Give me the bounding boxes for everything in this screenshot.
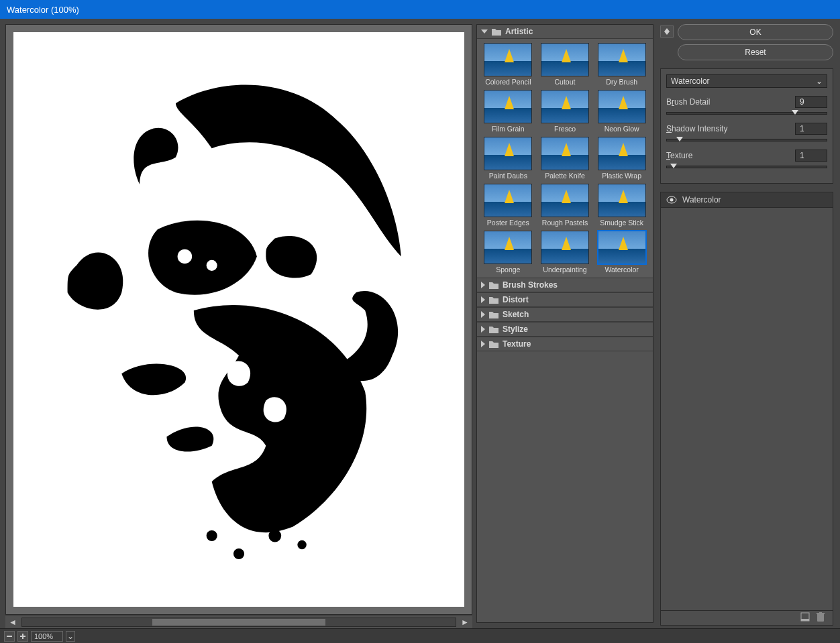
layer-name: Watercolor	[682, 195, 721, 204]
thumbnail-label: Neon Glow	[605, 125, 639, 133]
filter-thumb-underpainting[interactable]: Underpainting	[538, 231, 592, 274]
thumbnail-label: Poster Edges	[487, 219, 529, 227]
svg-point-3	[268, 530, 281, 542]
delete-effect-icon[interactable]	[817, 612, 825, 624]
chevron-right-icon	[481, 296, 485, 303]
thumbnail-image	[598, 184, 646, 217]
param-0: Brush Detail9	[666, 96, 827, 115]
thumbnail-image	[484, 90, 532, 123]
category-texture-header[interactable]: Texture	[477, 337, 653, 351]
category-label: Sketch	[503, 310, 529, 319]
category-label: Distort	[503, 295, 529, 304]
filter-thumb-plastic-wrap[interactable]: Plastic Wrap	[594, 137, 649, 180]
window-titlebar: Watercolor (100%)	[0, 0, 840, 19]
slider-handle[interactable]	[792, 110, 798, 115]
svg-rect-10	[801, 619, 809, 621]
svg-point-1	[207, 260, 217, 271]
folder-icon	[489, 296, 498, 304]
category-label: Texture	[503, 339, 531, 349]
param-2: Texture1	[666, 150, 827, 168]
category-distort-header[interactable]: Distort	[477, 292, 653, 307]
filter-thumb-smudge-stick[interactable]: Smudge Stick	[594, 184, 649, 227]
filter-thumb-fresco[interactable]: Fresco	[538, 90, 592, 133]
filter-dropdown[interactable]: Watercolor ⌄	[666, 74, 827, 88]
filter-thumb-palette-knife[interactable]: Palette Knife	[538, 137, 592, 180]
filter-thumb-paint-daubs[interactable]: Paint Daubs	[481, 137, 535, 180]
slider-handle[interactable]	[676, 137, 683, 141]
thumbnail-label: Cutout	[555, 78, 576, 86]
param-label: Texture	[666, 151, 692, 160]
filter-thumb-dry-brush[interactable]: Dry Brush	[594, 43, 649, 86]
svg-rect-13	[20, 636, 25, 637]
filter-thumb-rough-pastels[interactable]: Rough Pastels	[538, 184, 592, 227]
scroll-track[interactable]	[21, 618, 456, 627]
thumbnail-label: Fresco	[554, 125, 576, 133]
param-value-input[interactable]: 1	[795, 123, 827, 135]
collapse-toggle[interactable]	[660, 25, 674, 38]
chevron-right-icon	[481, 341, 485, 347]
thumbnail-label: Palette Knife	[545, 172, 585, 180]
scroll-thumb[interactable]	[152, 619, 325, 626]
category-sketch-header[interactable]: Sketch	[477, 307, 653, 322]
slider-handle[interactable]	[670, 164, 677, 168]
svg-point-5	[297, 540, 306, 549]
filter-thumb-cutout[interactable]: Cutout	[538, 43, 592, 86]
category-brush-strokes-header[interactable]: Brush Strokes	[477, 278, 653, 292]
scroll-left-icon[interactable]: ◄	[8, 618, 17, 627]
reset-button[interactable]: Reset	[678, 44, 833, 60]
zoom-out-button[interactable]	[4, 631, 15, 642]
parameters-panel: Watercolor ⌄ Brush Detail9Shadow Intensi…	[660, 68, 833, 184]
svg-rect-11	[7, 636, 12, 637]
filter-thumb-colored-pencil[interactable]: Colored Pencil	[481, 43, 535, 86]
thumbnail-image	[598, 90, 646, 123]
filter-thumb-neon-glow[interactable]: Neon Glow	[594, 90, 649, 133]
ok-button[interactable]: OK	[678, 24, 833, 40]
filter-gallery: Artistic Colored PencilCutoutDry BrushFi…	[476, 24, 653, 623]
thumbnail-image	[541, 43, 589, 76]
zoom-dropdown[interactable]: ⌄	[66, 631, 75, 642]
param-slider[interactable]	[666, 139, 827, 141]
category-stylize-header[interactable]: Stylize	[477, 322, 653, 337]
chevron-right-icon	[481, 311, 485, 318]
thumbnail-label: Dry Brush	[606, 78, 637, 86]
thumbnail-label: Plastic Wrap	[602, 172, 641, 180]
filter-thumb-poster-edges[interactable]: Poster Edges	[481, 184, 535, 227]
thumbnail-image	[541, 137, 589, 170]
thumbnail-image	[541, 231, 589, 264]
thumbnail-label: Smudge Stick	[600, 219, 643, 227]
zoom-field[interactable]: 100%	[31, 631, 63, 642]
folder-icon	[489, 341, 498, 348]
thumbnail-image	[484, 137, 532, 170]
thumbnail-image	[484, 184, 532, 217]
thumbnail-label: Sponge	[496, 266, 520, 274]
new-effect-icon[interactable]	[800, 612, 810, 624]
param-value-input[interactable]: 9	[795, 96, 827, 108]
svg-point-2	[239, 446, 257, 464]
category-label: Artistic	[505, 27, 533, 36]
thumbnail-image	[541, 184, 589, 217]
param-slider[interactable]	[666, 112, 827, 115]
status-bar: 100% ⌄	[0, 628, 840, 643]
thumbnail-image	[484, 231, 532, 264]
category-label: Stylize	[503, 325, 528, 334]
filter-thumb-sponge[interactable]: Sponge	[481, 231, 535, 274]
category-artistic-header[interactable]: Artistic	[477, 25, 653, 39]
param-slider[interactable]	[666, 166, 827, 168]
horizontal-scrollbar[interactable]: ◄ ►	[5, 616, 472, 628]
scroll-right-icon[interactable]: ►	[460, 618, 470, 627]
chevron-right-icon	[481, 326, 485, 333]
svg-point-4	[233, 548, 244, 559]
effect-layer-row[interactable]: Watercolor	[661, 192, 833, 208]
param-label: Brush Detail	[666, 97, 710, 107]
chevron-down-icon: ⌄	[816, 76, 823, 86]
param-value-input[interactable]: 1	[795, 150, 827, 162]
filter-thumb-film-grain[interactable]: Film Grain	[481, 90, 535, 133]
param-label: Shadow Intensity	[666, 124, 727, 133]
zoom-in-button[interactable]	[17, 631, 28, 642]
filter-thumb-watercolor[interactable]: Watercolor	[594, 231, 649, 274]
thumbnail-label: Watercolor	[605, 266, 638, 274]
visibility-icon[interactable]	[666, 196, 677, 204]
folder-icon	[489, 326, 498, 333]
canvas-viewport[interactable]	[5, 24, 472, 615]
folder-icon	[489, 282, 498, 289]
